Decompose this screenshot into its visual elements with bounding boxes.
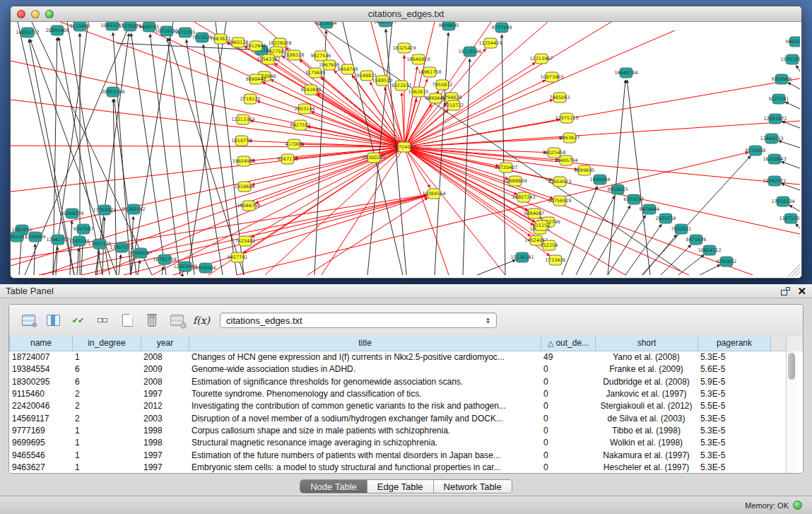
tab-network-table[interactable]: Network Table [433, 480, 512, 493]
row-height-icon[interactable] [93, 311, 112, 329]
graph-node[interactable]: 7625402 [235, 236, 256, 246]
graph-node[interactable]: 2967608 [319, 60, 340, 70]
graph-node[interactable]: 7485063 [550, 93, 570, 103]
window-titlebar[interactable]: citations_edges.txt [11, 6, 801, 22]
graph-node[interactable]: 8215958 [746, 146, 766, 156]
graph-node[interactable]: 10973493 [540, 72, 563, 82]
graph-node[interactable]: 10958187 [129, 248, 152, 258]
graph-node[interactable]: 16046798 [237, 201, 260, 211]
graph-node[interactable]: 9463627 [560, 133, 580, 143]
tab-edge-table[interactable]: Edge Table [367, 480, 433, 493]
graph-node[interactable]: 12213967 [529, 54, 553, 64]
table-row[interactable]: 946554611997Estimation of the future num… [9, 449, 786, 461]
graph-node[interactable]: 1938564 [196, 263, 216, 273]
network-canvas[interactable]: 1405571720891406911546010653257152760219… [11, 22, 801, 278]
float-panel-icon[interactable] [781, 287, 790, 296]
column-header-pagerank[interactable]: pagerank [698, 336, 771, 351]
graph-node[interactable]: 15751874 [780, 54, 800, 64]
graph-node[interactable]: 6379197 [624, 194, 645, 204]
new-column-icon[interactable] [118, 311, 136, 329]
graph-node[interactable]: 9242848 [301, 85, 322, 95]
graph-node[interactable]: 20206576 [60, 209, 83, 218]
table-row[interactable]: 1830029562008Estimation of significance … [9, 375, 786, 387]
column-header-short[interactable]: short [596, 336, 698, 351]
graph-node[interactable]: 8471676 [686, 235, 707, 245]
table-row[interactable]: 1456911722003Disruption of a novel membe… [9, 412, 786, 424]
graph-node[interactable]: 1145194 [69, 236, 90, 246]
graph-node[interactable]: 9827546 [311, 51, 331, 61]
close-icon[interactable]: ✕ [797, 286, 806, 296]
graph-node[interactable]: 9474444 [640, 204, 660, 214]
splitter-handle-icon[interactable] [404, 279, 409, 283]
graph-node[interactable]: 12942757 [46, 235, 69, 245]
graph-node[interactable]: 11675335 [779, 214, 800, 223]
graph-node[interactable]: 19654905 [232, 156, 255, 166]
column-header-in-degree[interactable]: in_degree [73, 336, 141, 351]
graph-node[interactable]: 8813054 [317, 22, 337, 28]
graph-node[interactable]: 10543392 [257, 54, 280, 64]
graph-node[interactable]: 8427552 [290, 120, 311, 130]
table-select-dropdown[interactable]: citations_edges.txt ▲▼ [220, 313, 497, 328]
graph-node[interactable]: 12444133 [760, 134, 783, 144]
graph-node[interactable]: 10654112 [698, 245, 721, 255]
show-column-icon[interactable] [44, 311, 62, 329]
graph-node[interactable]: 13654923 [548, 177, 571, 187]
table-row[interactable]: 946362711997Embryonic stem cells: a mode… [9, 461, 786, 473]
graph-node[interactable]: 417006 [286, 139, 303, 149]
scrollbar-thumb[interactable] [788, 353, 795, 380]
graph-node[interactable]: 19218596 [458, 47, 481, 57]
table-row[interactable]: 1938455462009Genome-wide association stu… [9, 363, 786, 375]
vertical-scrollbar[interactable] [786, 351, 796, 474]
graph-node[interactable]: 252254 [541, 240, 558, 250]
graph-node[interactable]: 12923446 [173, 262, 196, 271]
graph-node[interactable]: 9777169 [492, 23, 512, 33]
graph-node[interactable]: 14055717 [16, 28, 39, 37]
graph-node[interactable]: 20053346 [101, 87, 124, 97]
graph-node[interactable]: 9899695 [575, 165, 595, 175]
panel-splitter[interactable] [0, 279, 812, 284]
graph-node[interactable]: 14569117 [373, 22, 396, 27]
graph-node[interactable]: 15892971 [763, 176, 786, 186]
graph-node[interactable]: 2718120 [240, 94, 261, 104]
table-row[interactable]: 969969511998Structural magnetic resonanc… [9, 437, 786, 449]
graph-node[interactable]: 1810755 [232, 136, 252, 146]
graph-node[interactable]: 1733426 [546, 255, 566, 265]
column-header-year[interactable]: year [141, 336, 189, 351]
table-row[interactable]: 911546021997Tourette syndrome. Phenomeno… [9, 387, 786, 399]
network-graph[interactable]: 1405571720891406911546010653257152760219… [11, 22, 800, 278]
graph-node[interactable]: 12213363 [231, 115, 254, 124]
delete-column-icon[interactable] [143, 311, 161, 329]
graph-node[interactable]: 8267130 [278, 154, 298, 164]
tab-node-table[interactable]: Node Table [300, 480, 367, 493]
graph-node[interactable]: 9884067 [524, 209, 545, 218]
graph-node[interactable]: 13505135 [88, 239, 111, 249]
graph-node[interactable]: 18807243 [512, 192, 535, 202]
graph-node[interactable]: 3175685 [305, 68, 326, 78]
table-row[interactable]: 977716911998Corpus callosum shape and si… [9, 424, 786, 436]
graph-node[interactable]: 2803144 [295, 104, 315, 114]
column-header-title[interactable]: title [189, 336, 541, 351]
graph-node[interactable]: 1588520 [372, 76, 393, 86]
graph-node[interactable]: 1156869 [25, 232, 46, 242]
graph-node[interactable]: 9699695 [439, 22, 459, 30]
graph-node[interactable]: 9397587 [73, 224, 94, 234]
table-row[interactable]: 1872400712008Changes of HCN gene express… [9, 351, 786, 363]
graph-node[interactable]: 1916684 [235, 182, 255, 192]
graph-node[interactable]: 17016534 [771, 197, 794, 206]
table-row[interactable]: 2242004622012Investigating the contribut… [9, 400, 786, 412]
graph-node[interactable]: 7932621 [671, 224, 692, 234]
graph-node[interactable]: 10756928 [548, 196, 571, 206]
graph-node[interactable]: 16210643 [763, 154, 786, 164]
function-builder-icon[interactable]: f(x) [192, 311, 211, 329]
graph-node[interactable]: 12975115 [555, 113, 578, 123]
graph-node[interactable]: 17359924 [93, 205, 116, 215]
graph-node[interactable]: 16782759 [153, 255, 176, 264]
graph-node[interactable]: 16648784 [614, 68, 637, 78]
graph-node[interactable]: 19384554 [422, 189, 445, 199]
select-rows-icon[interactable]: ✔✔ [69, 311, 87, 329]
graph-node[interactable]: 1640954 [590, 175, 611, 185]
graph-node[interactable]: 2935114 [656, 214, 676, 223]
graph-node[interactable]: 19495794 [554, 156, 577, 165]
graph-node[interactable]: 7615526 [192, 33, 213, 42]
graph-node[interactable]: 20891406 [45, 25, 69, 35]
